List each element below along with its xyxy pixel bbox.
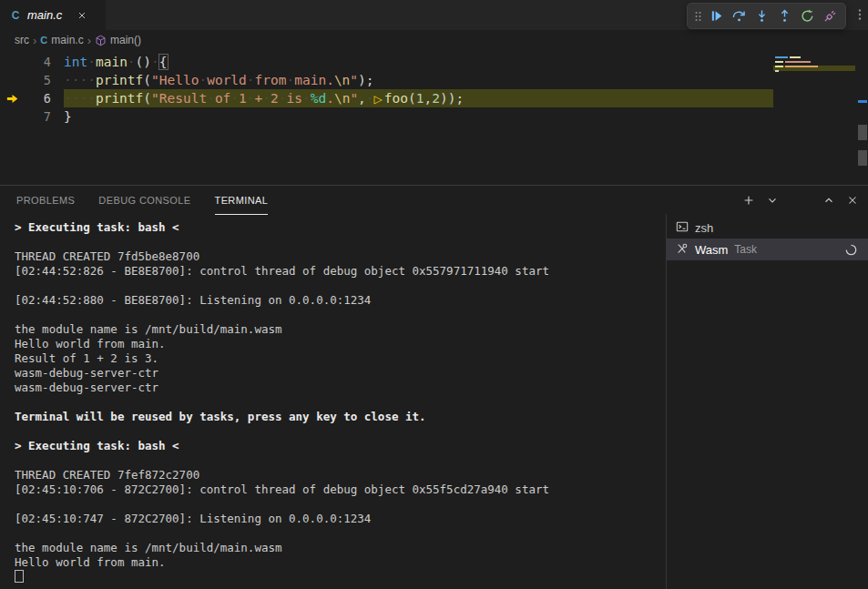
terminal-line bbox=[15, 453, 660, 468]
scrollbar-decoration[interactable] bbox=[858, 125, 867, 140]
c-file-icon: C bbox=[40, 35, 47, 46]
terminal-line bbox=[15, 235, 660, 249]
terminal-line: THREAD CREATED 7fd5be8e8700 bbox=[15, 249, 660, 264]
debug-step-over-button[interactable] bbox=[728, 5, 750, 27]
editor-tab-bar: C main.c bbox=[0, 0, 868, 30]
terminal-line: [02:44:52:880 - BE8E8700]: Listening on … bbox=[15, 293, 660, 308]
terminal-line: [02:45:10:706 - 872C2700]: control threa… bbox=[15, 482, 660, 497]
breadcrumb-item-src[interactable]: src bbox=[15, 34, 29, 46]
more-actions-icon[interactable] bbox=[854, 8, 865, 25]
terminal-item-label: Wasm bbox=[695, 243, 728, 257]
symbol-method-icon bbox=[95, 35, 107, 46]
terminal-line: THREAD CREATED 7fef872c2700 bbox=[15, 468, 660, 482]
terminal-item-label: zsh bbox=[695, 221, 713, 235]
terminal-line bbox=[15, 526, 660, 541]
terminal-icon bbox=[676, 220, 689, 236]
terminal-list-item-zsh[interactable]: zsh bbox=[667, 217, 868, 239]
panel-tab-terminal[interactable]: TERMINAL bbox=[215, 186, 269, 215]
terminal-line: > Executing task: bash < bbox=[15, 439, 660, 453]
terminal-line: wasm-debug-server-ctr bbox=[15, 381, 660, 395]
breadcrumb: src›Cmain.c›main() bbox=[0, 30, 868, 50]
chevron-right-icon: › bbox=[31, 34, 38, 47]
code-line: 6····printf("Result·of·1·+·2·is·%d.\n",·… bbox=[0, 89, 868, 107]
line-number: 4 bbox=[24, 53, 51, 71]
terminal-line bbox=[15, 308, 660, 322]
terminal-line: Hello world from main. bbox=[15, 555, 660, 570]
debug-continue-button[interactable] bbox=[705, 5, 727, 27]
tab-close-icon[interactable] bbox=[77, 10, 87, 21]
terminal-line bbox=[15, 497, 660, 512]
glyph-margin bbox=[0, 71, 24, 89]
bottom-panel: PROBLEMSDEBUG CONSOLETERMINAL > Executin… bbox=[0, 185, 868, 589]
panel-header: PROBLEMSDEBUG CONSOLETERMINAL bbox=[0, 186, 868, 214]
terminal-line: > Executing task: bash < bbox=[15, 220, 660, 235]
breadcrumb-item-main[interactable]: main() bbox=[95, 34, 141, 46]
terminal-line: the module name is /mnt/build/main.wasm bbox=[15, 322, 660, 337]
vscode-window: { "tabbar": { "tabs": [ { "title": "main… bbox=[0, 0, 868, 589]
terminal-list: zshWasmTask bbox=[666, 214, 868, 589]
scrollbar-decoration[interactable] bbox=[858, 150, 867, 166]
code-line: 5····printf("Hello·world·from·main.\n"); bbox=[0, 71, 868, 89]
debug-step-out-button[interactable] bbox=[773, 5, 795, 27]
code-text[interactable]: ····printf("Hello·world·from·main.\n"); bbox=[64, 71, 773, 89]
code-line: 7} bbox=[0, 107, 868, 126]
breadcrumb-label: src bbox=[15, 34, 29, 46]
terminal-item-description: Task bbox=[734, 243, 757, 256]
panel-tab-debug-console[interactable]: DEBUG CONSOLE bbox=[98, 186, 190, 215]
terminal-line bbox=[15, 570, 660, 584]
maximize-panel-icon[interactable] bbox=[822, 194, 835, 207]
tools-icon bbox=[676, 242, 689, 258]
code-line: 4int·main·()·{ bbox=[0, 53, 868, 71]
terminal-line: [02:44:52:826 - BE8E8700]: control threa… bbox=[15, 264, 660, 279]
debug-toolbar bbox=[687, 3, 846, 29]
chevron-right-icon: › bbox=[86, 34, 93, 47]
terminal-line: Hello world from main. bbox=[15, 337, 660, 351]
debug-restart-button[interactable] bbox=[796, 5, 818, 27]
tab-main-c[interactable]: C main.c bbox=[0, 0, 106, 30]
overview-ruler-mark bbox=[858, 100, 867, 103]
debug-step-into-button[interactable] bbox=[751, 5, 772, 27]
loading-spinner-icon bbox=[845, 244, 857, 256]
terminal-list-item-wasm[interactable]: WasmTask bbox=[667, 239, 868, 260]
panel-tab-problems[interactable]: PROBLEMS bbox=[16, 186, 75, 215]
terminal-cursor bbox=[15, 570, 24, 583]
debug-current-line-arrow-icon[interactable] bbox=[0, 89, 24, 107]
gripper-icon[interactable] bbox=[692, 9, 704, 24]
minimap-current-line bbox=[773, 66, 855, 71]
glyph-margin bbox=[0, 107, 24, 126]
close-panel-icon[interactable] bbox=[846, 194, 859, 207]
code-text[interactable]: } bbox=[64, 107, 773, 126]
new-terminal-icon[interactable] bbox=[742, 194, 755, 207]
line-number: 7 bbox=[24, 107, 51, 126]
terminal-line: the module name is /mnt/build/main.wasm bbox=[15, 541, 660, 555]
breadcrumb-item-main-c[interactable]: Cmain.c bbox=[40, 34, 83, 46]
terminal-line: [02:45:10:747 - 872C2700]: Listening on … bbox=[15, 512, 660, 526]
line-number: 5 bbox=[24, 71, 51, 89]
code-editor[interactable]: 4int·main·()·{5····printf("Hello·world·f… bbox=[0, 50, 868, 185]
terminal-output[interactable]: > Executing task: bash <THREAD CREATED 7… bbox=[0, 214, 666, 589]
line-number: 6 bbox=[24, 89, 51, 107]
minimap[interactable] bbox=[773, 54, 855, 85]
breadcrumb-label: main() bbox=[110, 34, 141, 46]
glyph-margin bbox=[0, 53, 24, 71]
breadcrumb-label: main.c bbox=[51, 34, 83, 46]
terminal-line bbox=[15, 424, 660, 439]
code-text[interactable]: int·main·()·{ bbox=[64, 53, 773, 71]
terminal-line: wasm-debug-server-ctr bbox=[15, 366, 660, 381]
c-file-icon: C bbox=[9, 9, 22, 22]
terminal-line bbox=[15, 395, 660, 410]
terminal-line: Terminal will be reused by tasks, press … bbox=[15, 410, 660, 424]
terminal-line: Result of 1 + 2 is 3. bbox=[15, 351, 660, 366]
panel-actions bbox=[742, 194, 859, 207]
debug-disconnect-button[interactable] bbox=[819, 5, 841, 27]
terminal-dropdown-icon[interactable] bbox=[766, 194, 779, 207]
code-text[interactable]: ····printf("Result·of·1·+·2·is·%d.\n",·▷… bbox=[64, 89, 773, 107]
terminal-line bbox=[15, 279, 660, 293]
tab-title: main.c bbox=[27, 8, 62, 22]
step-into-target-icon: ▷ bbox=[374, 93, 384, 106]
